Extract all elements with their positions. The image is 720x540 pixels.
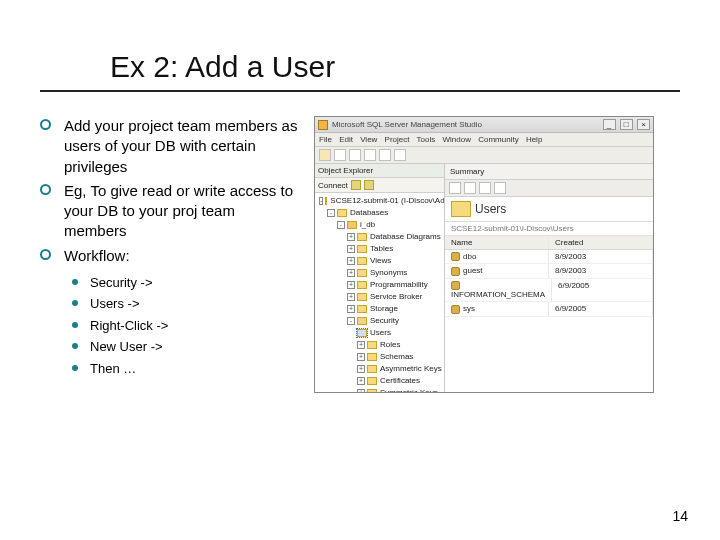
tree-server-node[interactable]: -SCSE12-submit-01 (I-Discov\Admin) — [317, 195, 444, 207]
breadcrumb: SCSE12-submit-01\I-Discov\Users — [445, 222, 653, 236]
bullet-item: Eg, To give read or write access to your… — [40, 181, 300, 242]
tree-node[interactable]: +Asymmetric Keys — [317, 363, 444, 375]
bullet-text: Workflow: — [64, 247, 130, 264]
menu-view[interactable]: View — [360, 135, 377, 144]
menu-edit[interactable]: Edit — [339, 135, 353, 144]
toolbar-icon[interactable] — [479, 182, 491, 194]
toolbar-icon[interactable] — [379, 149, 391, 161]
dot-bullet-icon — [72, 365, 78, 371]
expand-icon[interactable]: + — [357, 353, 365, 361]
tree-node[interactable]: +Service Broker — [317, 291, 444, 303]
menu-community[interactable]: Community — [478, 135, 518, 144]
tree-node[interactable]: +Symmetric Keys — [317, 387, 444, 392]
sub-bullet-item: New User -> — [70, 338, 300, 356]
tree-node[interactable]: +Schemas — [317, 351, 444, 363]
toolbar-icon[interactable] — [349, 149, 361, 161]
grid-row[interactable]: INFORMATION_SCHEMA 6/9/2005 — [445, 279, 653, 302]
dot-bullet-icon — [72, 279, 78, 285]
tree-node[interactable]: +Tables — [317, 243, 444, 255]
close-button[interactable]: × — [637, 119, 650, 130]
collapse-icon[interactable]: - — [347, 317, 355, 325]
collapse-icon[interactable]: - — [327, 209, 335, 217]
sub-bullet-text: Right-Click -> — [90, 318, 168, 333]
folder-icon — [357, 293, 367, 301]
circle-bullet-icon — [40, 249, 51, 260]
expand-icon[interactable]: + — [347, 293, 355, 301]
toolbar-icon[interactable] — [334, 149, 346, 161]
toolbar-icon[interactable] — [449, 182, 461, 194]
tree-node[interactable]: +Programmability — [317, 279, 444, 291]
main-bullets: Add your project team members as users o… — [40, 116, 300, 377]
tree-node[interactable]: +Roles — [317, 339, 444, 351]
folder-icon — [367, 377, 377, 385]
expand-icon[interactable]: + — [347, 269, 355, 277]
expand-icon[interactable]: + — [357, 389, 365, 392]
menu-window[interactable]: Window — [443, 135, 471, 144]
tree-node[interactable]: +Synonyms — [317, 267, 444, 279]
expand-icon[interactable]: + — [347, 305, 355, 313]
folder-icon — [367, 389, 377, 392]
minimize-button[interactable]: _ — [603, 119, 616, 130]
grid-row[interactable]: dbo 8/9/2003 — [445, 250, 653, 264]
menu-tools[interactable]: Tools — [417, 135, 436, 144]
toolbar-icon[interactable] — [319, 149, 331, 161]
menu-file[interactable]: File — [319, 135, 332, 144]
maximize-button[interactable]: □ — [620, 119, 633, 130]
grid-cell-created: 8/9/2003 — [549, 264, 653, 277]
expand-icon[interactable]: + — [347, 257, 355, 265]
tree-users-node-selected[interactable]: Users — [317, 327, 444, 339]
cell-text: dbo — [463, 252, 476, 261]
toolbar-icon[interactable] — [364, 149, 376, 161]
ssms-toolbar — [315, 147, 653, 164]
folder-icon — [337, 209, 347, 217]
grid-header-name[interactable]: Name — [445, 236, 549, 249]
expand-icon[interactable]: + — [347, 245, 355, 253]
toolbar-icon[interactable] — [464, 182, 476, 194]
tree-label: Schemas — [380, 351, 413, 363]
summary-tab[interactable]: Summary — [445, 164, 653, 180]
connect-label[interactable]: Connect — [318, 181, 348, 190]
user-icon — [451, 305, 460, 314]
expand-icon[interactable]: + — [357, 365, 365, 373]
folder-icon — [357, 269, 367, 277]
folder-icon — [367, 365, 377, 373]
tree-node[interactable]: +Views — [317, 255, 444, 267]
tree-label: Database Diagrams — [370, 231, 441, 243]
tree-db-node[interactable]: -i_db — [317, 219, 444, 231]
expand-icon[interactable]: + — [347, 281, 355, 289]
collapse-icon[interactable]: - — [319, 197, 323, 205]
user-icon — [451, 267, 460, 276]
dot-bullet-icon — [72, 343, 78, 349]
expand-icon[interactable]: + — [347, 233, 355, 241]
tree-node[interactable]: +Database Diagrams — [317, 231, 444, 243]
tree-label: Users — [370, 327, 391, 339]
details-pane: Summary Users SCSE12-submit-01\I-Discov\… — [445, 164, 653, 392]
ssms-menubar: File Edit View Project Tools Window Comm… — [315, 133, 653, 147]
grid-body: dbo 8/9/2003 guest 8/9/2003 INFORMATION_… — [445, 250, 653, 317]
menu-help[interactable]: Help — [526, 135, 542, 144]
sub-bullet-item: Security -> — [70, 274, 300, 292]
folder-icon — [357, 317, 367, 325]
tree-label: i_db — [360, 219, 375, 231]
toolbar-icon[interactable] — [494, 182, 506, 194]
tree-databases-node[interactable]: -Databases — [317, 207, 444, 219]
toolbar-icon[interactable] — [394, 149, 406, 161]
collapse-icon[interactable]: - — [337, 221, 345, 229]
grid-header-created[interactable]: Created — [549, 236, 653, 249]
expand-icon[interactable]: + — [357, 377, 365, 385]
refresh-icon[interactable] — [364, 180, 374, 190]
tree-label: SCSE12-submit-01 (I-Discov\Admin) — [330, 195, 445, 207]
tree-node[interactable]: +Storage — [317, 303, 444, 315]
tree-label: Security — [370, 315, 399, 327]
cell-text: sys — [463, 304, 475, 313]
tree-label: Synonyms — [370, 267, 407, 279]
menu-project[interactable]: Project — [385, 135, 410, 144]
users-grid: Name Created dbo 8/9/2003 guest — [445, 236, 653, 392]
connect-icon[interactable] — [351, 180, 361, 190]
tree-node[interactable]: +Certificates — [317, 375, 444, 387]
expand-icon[interactable]: + — [357, 341, 365, 349]
tree-security-node[interactable]: -Security — [317, 315, 444, 327]
grid-header-row: Name Created — [445, 236, 653, 250]
grid-row[interactable]: sys 6/9/2005 — [445, 302, 653, 316]
grid-row[interactable]: guest 8/9/2003 — [445, 264, 653, 278]
